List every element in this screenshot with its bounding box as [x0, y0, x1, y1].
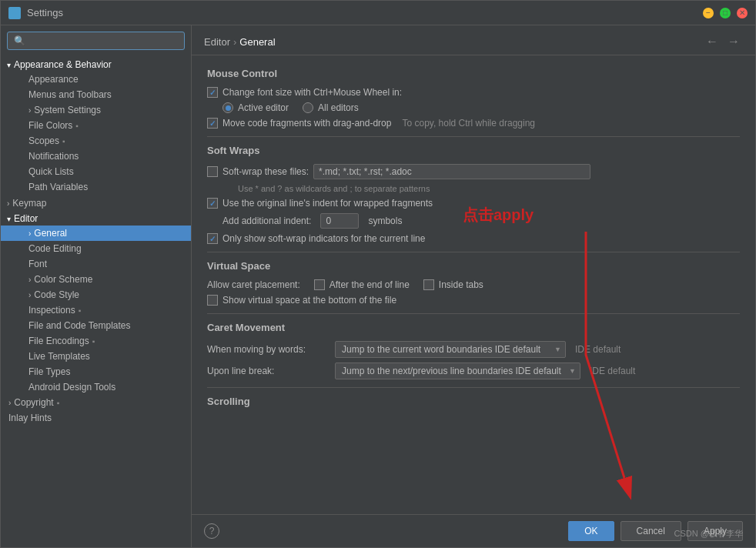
when-moving-select[interactable]: Jump to the current word boundaries IDE …: [335, 341, 566, 358]
scrolling-section: Scrolling: [207, 396, 740, 407]
sidebar-item-file-code-templates[interactable]: File and Code Templates: [1, 318, 191, 333]
sidebar-group-editor[interactable]: ▾ Editor: [1, 210, 191, 226]
sidebar-item-android-design-tools[interactable]: Android Design Tools: [1, 379, 191, 395]
sidebar-item-color-scheme[interactable]: › Color Scheme: [1, 272, 191, 287]
copyright-icon: ▪: [57, 399, 60, 407]
use-original-indent-row: Use the original line's indent for wrapp…: [207, 198, 740, 209]
only-show-indicators-checkbox[interactable]: [207, 233, 218, 244]
sidebar-item-inspections[interactable]: Inspections ▪: [1, 302, 191, 318]
move-code-checkbox[interactable]: [207, 118, 218, 129]
titlebar: Settings − □ ✕: [1, 1, 755, 25]
breadcrumb: Editor › General: [204, 36, 276, 48]
sidebar-item-code-style[interactable]: › Code Style: [1, 287, 191, 302]
change-font-size-row: Change font size with Ctrl+Mouse Wheel i…: [207, 87, 740, 98]
nav-forward-button[interactable]: →: [724, 33, 743, 50]
move-code-hint: To copy, hold Ctrl while dragging: [402, 118, 535, 129]
sidebar-item-notifications[interactable]: Notifications: [1, 149, 191, 164]
cancel-button[interactable]: Cancel: [621, 521, 681, 541]
after-end-label: After the end of line: [329, 279, 410, 290]
after-end-checkbox[interactable]: [314, 279, 325, 290]
file-colors-icon: ▪: [75, 122, 79, 130]
scopes-icon: ▪: [62, 137, 65, 145]
sidebar-item-quick-lists[interactable]: Quick Lists: [1, 164, 191, 179]
chevron-right-icon2: ›: [7, 199, 9, 208]
sidebar-item-path-variables[interactable]: Path Variables: [1, 179, 191, 195]
soft-wrap-checkbox[interactable]: [207, 166, 218, 177]
allow-caret-label: Allow caret placement:: [207, 279, 300, 290]
upon-line-break-row: Upon line break: Jump to the next/previo…: [207, 363, 740, 379]
only-show-indicators-label: Only show soft-wrap indicators for the c…: [222, 233, 425, 244]
watermark: CSDN @极客李华: [674, 528, 743, 540]
active-editor-radio[interactable]: [222, 102, 233, 113]
show-virtual-space-row: Show virtual space at the bottom of the …: [207, 295, 740, 306]
sidebar-item-font[interactable]: Font: [1, 256, 191, 272]
upon-line-break-hint: IDE default: [590, 366, 635, 376]
show-virtual-space-checkbox[interactable]: [207, 295, 218, 306]
soft-wrap-files-row: Soft-wrap these files:: [207, 164, 740, 179]
maximize-button[interactable]: □: [720, 8, 731, 18]
sidebar-item-system-settings[interactable]: › System Settings: [1, 102, 191, 118]
sidebar-item-menus-toolbars[interactable]: Menus and Toolbars: [1, 87, 191, 102]
sidebar-item-inlay-hints[interactable]: Inlay Hints: [1, 410, 191, 426]
add-indent-label: Add additional indent:: [222, 216, 311, 226]
all-editors-radio[interactable]: [303, 102, 313, 113]
divider-3: [207, 313, 740, 314]
indent-value-input[interactable]: [320, 213, 359, 229]
sidebar-item-file-types[interactable]: File Types: [1, 364, 191, 379]
when-moving-select-wrapper: Jump to the current word boundaries IDE …: [335, 341, 566, 358]
all-editors-label: All editors: [318, 102, 359, 113]
allow-caret-row: Allow caret placement: After the end of …: [207, 279, 740, 290]
active-editor-row: Active editor All editors: [207, 102, 740, 113]
window-controls: − □ ✕: [703, 8, 748, 18]
panel-header: Editor › General ← →: [192, 25, 755, 55]
use-original-indent-checkbox[interactable]: [207, 198, 218, 209]
minimize-button[interactable]: −: [703, 8, 714, 18]
upon-line-break-select[interactable]: Jump to the next/previous line boundarie…: [335, 363, 580, 379]
panel-body: Mouse Control Change font size with Ctrl…: [192, 55, 755, 514]
nav-back-button[interactable]: ←: [703, 33, 721, 50]
when-moving-row: When moving by words: Jump to the curren…: [207, 341, 740, 358]
chevron-right-icon6: ›: [8, 399, 11, 407]
sidebar-item-live-templates[interactable]: Live Templates: [1, 349, 191, 364]
main-content: ▾ Appearance & Behavior Appearance Menus…: [1, 25, 755, 547]
sidebar-item-general[interactable]: › General: [1, 226, 191, 241]
chevron-right-icon4: ›: [28, 276, 31, 284]
divider-4: [207, 387, 740, 388]
change-font-size-label: Change font size with Ctrl+Mouse Wheel i…: [222, 87, 402, 98]
sidebar-item-scopes[interactable]: Scopes ▪: [1, 133, 191, 149]
close-button[interactable]: ✕: [737, 8, 748, 18]
search-input[interactable]: [7, 32, 185, 50]
right-panel: Editor › General ← → Mouse Control Chang…: [192, 25, 755, 547]
sidebar-item-appearance[interactable]: Appearance: [1, 72, 191, 87]
caret-movement-section: Caret Movement: [207, 322, 740, 333]
only-show-indicators-row: Only show soft-wrap indicators for the c…: [207, 233, 740, 244]
active-editor-label: Active editor: [238, 102, 289, 113]
divider-1: [207, 136, 740, 137]
breadcrumb-parent: Editor: [204, 36, 230, 48]
inside-tabs-checkbox[interactable]: [423, 279, 434, 290]
wildcard-hint: Use * and ? as wildcards and ; to separa…: [238, 184, 740, 193]
chevron-right-icon5: ›: [28, 291, 31, 299]
sidebar-item-file-colors[interactable]: File Colors ▪: [1, 118, 191, 133]
upon-line-break-select-wrapper: Jump to the next/previous line boundarie…: [335, 363, 580, 379]
breadcrumb-separator: ›: [233, 36, 236, 48]
sidebar-group-appearance-behavior[interactable]: ▾ Appearance & Behavior: [1, 56, 191, 72]
sidebar-item-file-encodings[interactable]: File Encodings ▪: [1, 333, 191, 349]
ok-button[interactable]: OK: [568, 521, 614, 541]
chevron-right-icon: ›: [28, 106, 31, 115]
chevron-down-icon: ▾: [7, 61, 11, 69]
chevron-down-icon2: ▾: [7, 215, 11, 223]
sidebar-group-keymap[interactable]: › Keymap: [1, 195, 191, 210]
soft-wrap-input[interactable]: [313, 164, 590, 179]
help-button[interactable]: ?: [204, 523, 219, 539]
symbols-label: symbols: [368, 216, 402, 226]
sidebar-item-code-editing[interactable]: Code Editing: [1, 241, 191, 256]
footer-left: ?: [204, 523, 562, 539]
change-font-size-checkbox[interactable]: [207, 87, 218, 98]
settings-window: Settings − □ ✕ ▾ Appearance & Behavior A…: [0, 0, 756, 548]
upon-line-break-label: Upon line break:: [207, 366, 330, 376]
sidebar-item-copyright[interactable]: › Copyright ▪: [1, 395, 191, 410]
soft-wrap-label: Soft-wrap these files:: [222, 166, 309, 177]
move-code-row: Move code fragments with drag-and-drop T…: [207, 118, 740, 129]
use-original-indent-label: Use the original line's indent for wrapp…: [222, 198, 433, 209]
